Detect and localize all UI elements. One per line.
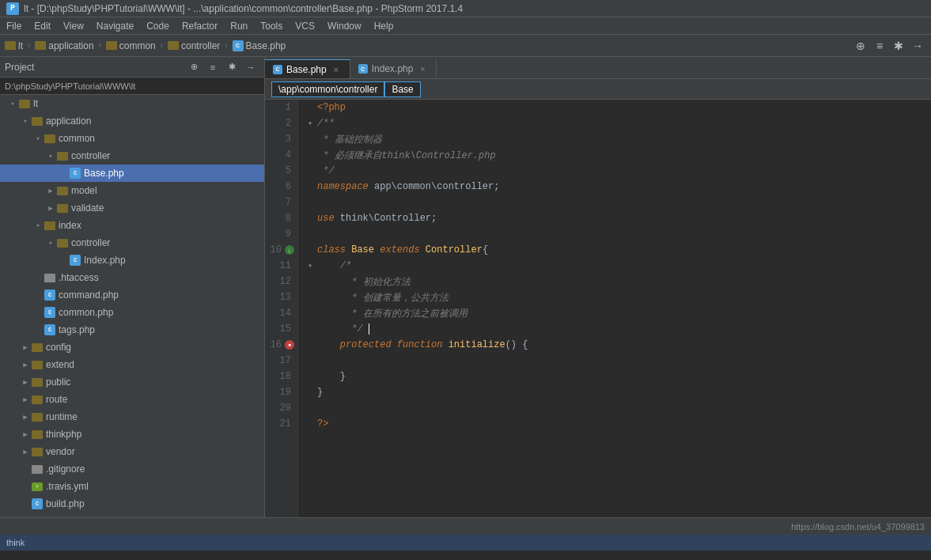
menu-item-view[interactable]: View [57, 19, 90, 33]
folder-tree-icon-7 [44, 221, 55, 230]
tree-item-extend[interactable]: ▶extend [0, 356, 264, 373]
path-bar: D:\phpStudy\PHPTutorial\WWW\lt [0, 78, 264, 95]
tree-item-build-php[interactable]: Cbuild.php [0, 495, 264, 513]
fold-close-btn-19[interactable] [305, 387, 316, 398]
fold-open-btn-11[interactable]: ▾ [305, 260, 316, 271]
toolbar-btn-star[interactable]: ✱ [890, 37, 907, 55]
tree-item-public[interactable]: ▶public [0, 373, 264, 391]
tree-item-composer-json[interactable]: {}composer.json [0, 513, 264, 517]
breadcrumb-sep-4: › [223, 40, 229, 51]
tree-item--travis-yml[interactable]: Y.travis.yml [0, 478, 264, 495]
code-editor[interactable]: 12345678910↓111213141516●1718192021 <?ph… [265, 100, 931, 517]
folder-tree-icon-6 [57, 204, 68, 213]
fold-close-btn-15[interactable] [305, 324, 316, 335]
toolbar-btn-arrow[interactable]: → [909, 37, 926, 55]
tree-item-validate[interactable]: ▶validate [0, 199, 264, 217]
tree-arrow-8: ▾ [44, 239, 57, 248]
tree-label-5: model [71, 185, 97, 196]
breadcrumb-sep-3: › [159, 40, 165, 51]
tree-label-3: controller [71, 150, 110, 161]
tree-item--gitignore[interactable]: .gitignore [0, 460, 264, 478]
tab-basephp[interactable]: C Base.php × [265, 59, 350, 78]
bottom-bar: think [0, 535, 931, 551]
tree-item-common-php[interactable]: Ccommon.php [0, 304, 264, 321]
editor-breadcrumb: \app\common\controller Base [265, 79, 931, 100]
php-tree-icon-11: C [44, 289, 55, 301]
tree-item--htaccess[interactable]: .htaccess [0, 269, 264, 286]
sidebar-action-btn-1[interactable]: ⊕ [185, 59, 202, 76]
tree-item-vendor[interactable]: ▶vendor [0, 443, 264, 460]
folder-icon-4 [168, 41, 179, 50]
tree-item-tags-php[interactable]: Ctags.php [0, 321, 264, 339]
sidebar-action-btn-2[interactable]: ≡ [204, 59, 221, 76]
menu-item-navigate[interactable]: Navigate [90, 19, 140, 33]
tree-arrow-18: ▶ [19, 413, 32, 422]
tree-item-route[interactable]: ▶route [0, 391, 264, 408]
line-num-10: 10↓ [265, 242, 297, 258]
tree-label-21: .gitignore [46, 464, 85, 475]
tree-item-Index-php[interactable]: CIndex.php [0, 252, 264, 269]
code-line-10: class Base extends Controller{ [298, 242, 931, 258]
tree-arrow-6: ▶ [44, 204, 57, 213]
line-num-8: 8 [265, 210, 297, 226]
tree-label-7: index [59, 220, 81, 231]
menu-item-file[interactable]: File [0, 19, 28, 33]
tree-label-12: common.php [59, 307, 113, 318]
tree-item-lt[interactable]: ▾lt [0, 95, 264, 112]
sidebar-action-btn-3[interactable]: ✱ [223, 59, 240, 76]
php-tree-icon-9: C [70, 255, 81, 266]
breadcrumb-lt: lt [5, 40, 23, 51]
tree-label-1: application [46, 115, 91, 127]
tree-item-config[interactable]: ▶config [0, 339, 264, 356]
fold-close-btn-5[interactable] [305, 165, 316, 176]
menu-bar: FileEditViewNavigateCodeRefactorRunTools… [0, 17, 931, 35]
toolbar-btn-menu[interactable]: ≡ [871, 37, 888, 55]
line-num-16: 16● [265, 337, 297, 353]
tabs-bar: C Base.php × C Index.php × [265, 57, 931, 79]
menu-item-code[interactable]: Code [140, 19, 176, 33]
menu-item-run[interactable]: Run [224, 19, 254, 33]
fold-open-btn-2[interactable]: ▾ [305, 118, 316, 129]
code-line-12: * 初始化方法 [298, 274, 931, 289]
folder-tree-icon-20 [32, 448, 43, 456]
gutter-red-icon-16[interactable]: ● [285, 340, 294, 350]
tree-item-thinkphp[interactable]: ▶thinkphp [0, 426, 264, 443]
sidebar-action-btn-4[interactable]: → [242, 59, 259, 76]
tab-close-index[interactable]: × [417, 63, 428, 74]
code-line-2: ▾/** [298, 115, 931, 131]
menu-item-vcs[interactable]: VCS [289, 19, 321, 33]
line-num-17: 17 [265, 353, 297, 369]
tab-indexphp[interactable]: C Index.php × [350, 59, 437, 78]
tree-item-controller[interactable]: ▾controller [0, 234, 264, 252]
breadcrumb-common: common [106, 40, 156, 51]
menu-item-help[interactable]: Help [368, 19, 400, 33]
folder-icon [5, 41, 16, 50]
tab-close-base[interactable]: × [331, 64, 342, 75]
menu-item-window[interactable]: Window [321, 19, 368, 33]
tree-item-Base-php[interactable]: CBase.php [0, 165, 264, 182]
tree-item-model[interactable]: ▶model [0, 182, 264, 199]
folder-icon-3 [106, 41, 117, 50]
php-tree-icon-13: C [44, 324, 55, 335]
tree-item-runtime[interactable]: ▶runtime [0, 408, 264, 426]
breadcrumb-controller: controller [168, 40, 220, 51]
toolbar-btn-add[interactable]: ⊕ [852, 37, 869, 55]
line-num-1: 1 [265, 100, 297, 115]
tree-item-controller[interactable]: ▾controller [0, 147, 264, 165]
menu-item-refactor[interactable]: Refactor [176, 19, 224, 33]
tree-label-9: Index.php [84, 255, 126, 266]
tree-item-common[interactable]: ▾common [0, 130, 264, 147]
menu-item-edit[interactable]: Edit [28, 19, 57, 33]
tree-item-index[interactable]: ▾index [0, 217, 264, 234]
fold-close-btn-18[interactable] [305, 371, 316, 382]
tree-item-application[interactable]: ▾application [0, 112, 264, 130]
tree-item-command-php[interactable]: Ccommand.php [0, 286, 264, 304]
tree-label-20: vendor [46, 446, 75, 457]
file-tree-icon-10 [44, 274, 55, 282]
menu-item-tools[interactable]: Tools [254, 19, 289, 33]
folder-tree-icon-5 [57, 187, 68, 195]
gutter-down-icon-10[interactable]: ↓ [285, 245, 294, 255]
yml-tree-icon-22: Y [32, 482, 43, 491]
code-content[interactable]: <?php▾/** * 基础控制器 * 必须继承自think\Controlle… [298, 100, 931, 517]
tab-icon-index: C [358, 64, 368, 74]
